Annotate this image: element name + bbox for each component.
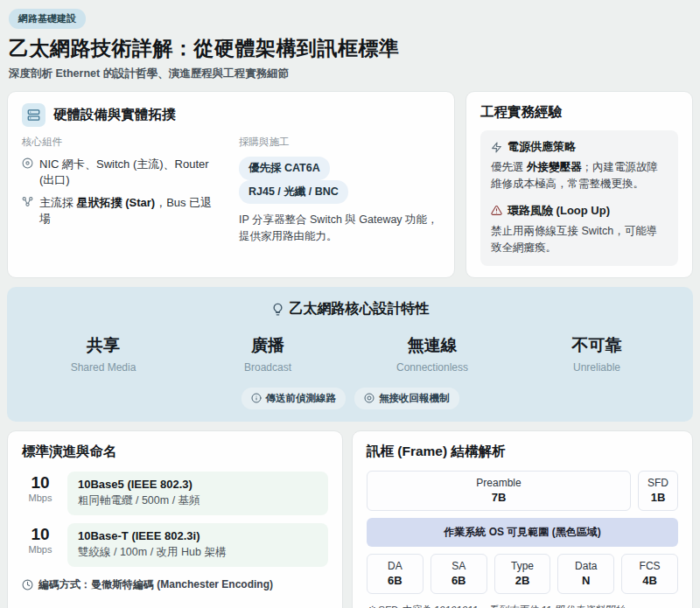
procurement-column: 採購與施工 優先採 CAT6A RJ45 / 光纖 / BNC IP 分享器整合… (239, 136, 440, 246)
power-strategy-text: 優先選 外接變壓器；內建電源故障維修成本極高，常需整機更換。 (491, 159, 668, 193)
hardware-card-header: 硬體設備與實體拓撲 (22, 103, 440, 127)
core-components-column: 核心組件 NIC 網卡、Switch (主流)、Router (出口) 主流採 … (22, 136, 223, 246)
feature-unreliable: 不可靠 Unreliable (514, 334, 679, 374)
frame-cell-sfd: SFD 1B (638, 471, 678, 511)
hardware-card: 硬體設備與實體拓撲 核心組件 NIC 網卡、Switch (主流)、Router… (7, 91, 455, 278)
speed-block: 10 Mbps (22, 523, 59, 567)
connector-pill: RJ45 / 光纖 / BNC (239, 180, 348, 204)
lightbulb-icon (271, 303, 284, 316)
category-badge: 網路基礎建設 (9, 9, 86, 29)
frame-header-row: Preamble 7B SFD 1B (367, 471, 678, 511)
row-hardware-practice: 硬體設備與實體拓撲 核心組件 NIC 網卡、Switch (主流)、Router… (7, 91, 693, 278)
carrier-sense-pill: 傳送前偵測線路 (242, 388, 346, 409)
router-note: IP 分享器整合 Switch 與 Gateway 功能，提供家用路由能力。 (239, 212, 440, 246)
core-item-nic: NIC 網卡、Switch (主流)、Router (出口) (22, 157, 223, 187)
loop-risk-text: 禁止用兩條線互接 Switch，可能導致全網癱瘓。 (491, 223, 668, 257)
core-components-label: 核心組件 (22, 136, 223, 149)
loop-risk-title: 環路風險 (Loop Up) (491, 203, 668, 219)
core-item-topology: 主流採 星狀拓撲 (Star)，Bus 已退場 (22, 195, 223, 226)
no-ack-pill: 無接收回報機制 (354, 388, 459, 409)
core-item-nic-text: NIC 網卡、Switch (主流)、Router (出口) (39, 157, 223, 187)
disc-icon (22, 157, 33, 169)
row-standards-frame: 標準演進與命名 10 Mbps 10Base5 (IEEE 802.3) 粗同軸… (7, 430, 693, 608)
speed-block: 10 Mbps (22, 472, 59, 515)
standard-entry-body: 10Base5 (IEEE 802.3) 粗同軸電纜 / 500m / 基頻 (67, 472, 328, 515)
hardware-columns: 核心組件 NIC 網卡、Switch (主流)、Router (出口) 主流採 … (22, 136, 440, 246)
zap-icon (491, 142, 502, 153)
standard-entry-10base5: 10 Mbps 10Base5 (IEEE 802.3) 粗同軸電纜 / 500… (22, 472, 328, 515)
page-header: 網路基礎建設 乙太網路技術詳解：從硬體架構到訊框標準 深度剖析 Ethernet… (7, 9, 693, 81)
sfd-note: ※ SFD 內容為 10101011，看到末兩位 11 即代表資料開始。 (367, 604, 678, 608)
frame-cell-data: DataN (557, 554, 614, 594)
power-strategy-title: 電源供應策略 (491, 139, 668, 155)
practice-card: 工程實務經驗 電源供應策略 優先選 外接變壓器；內建電源故障維修成本極高，常需整… (466, 91, 693, 278)
info-icon (251, 393, 262, 403)
page-subtitle: 深度剖析 Ethernet 的設計哲學、演進歷程與工程實務細節 (9, 66, 693, 81)
feature-connectionless: 無連線 Connectionless (350, 334, 514, 374)
clock-icon (22, 579, 33, 591)
standard-entry-body: 10Base-T (IEEE 802.3i) 雙絞線 / 100m / 改用 H… (67, 523, 328, 567)
network-icon (22, 196, 33, 207)
core-item-topology-text: 主流採 星狀拓撲 (Star)，Bus 已退場 (39, 195, 223, 226)
standards-card-title: 標準演進與命名 (22, 443, 328, 461)
alert-triangle-icon (491, 205, 502, 216)
frame-cell-fcs: FCS4B (621, 554, 678, 594)
frame-body-row: DA6B SA6B Type2B DataN FCS4B (367, 554, 678, 594)
frame-card: 訊框 (Frame) 結構解析 Preamble 7B SFD 1B 作業系統 … (352, 430, 693, 608)
features-grid: 共享 Shared Media 廣播 Broadcast 無連線 Connect… (21, 334, 679, 374)
feature-shared: 共享 Shared Media (21, 334, 186, 374)
standards-card: 標準演進與命名 10 Mbps 10Base5 (IEEE 802.3) 粗同軸… (7, 430, 343, 608)
procurement-label: 採購與施工 (239, 136, 440, 149)
features-title: 乙太網路核心設計特性 (271, 300, 430, 318)
procurement-pills: 優先採 CAT6A RJ45 / 光纖 / BNC (239, 157, 440, 204)
target-icon (364, 393, 374, 403)
practice-inner-box: 電源供應策略 優先選 外接變壓器；內建電源故障維修成本極高，常需整機更換。 環路… (480, 130, 678, 266)
os-visible-band: 作業系統 OS 可見範圍 (黑色區域) (367, 518, 678, 547)
server-icon (22, 103, 46, 127)
frame-cell-da: DA6B (367, 554, 424, 594)
frame-card-title: 訊框 (Frame) 結構解析 (367, 443, 678, 461)
cable-pill-cat6a: 優先採 CAT6A (239, 157, 330, 180)
standard-entry-10baset: 10 Mbps 10Base-T (IEEE 802.3i) 雙絞線 / 100… (22, 523, 328, 567)
features-pills: 傳送前偵測線路 無接收回報機制 (21, 388, 679, 409)
features-panel: 乙太網路核心設計特性 共享 Shared Media 廣播 Broadcast … (7, 287, 693, 422)
encoding-footer: 編碼方式：曼徹斯特編碼 (Manchester Encoding) (22, 577, 328, 592)
hardware-card-title: 硬體設備與實體拓撲 (53, 106, 176, 124)
frame-cell-preamble: Preamble 7B (367, 471, 631, 511)
practice-card-title: 工程實務經驗 (480, 103, 678, 122)
frame-cell-sa: SA6B (430, 554, 487, 594)
feature-broadcast: 廣播 Broadcast (186, 334, 350, 374)
page-title: 乙太網路技術詳解：從硬體架構到訊框標準 (9, 35, 693, 62)
frame-cell-type: Type2B (494, 554, 551, 594)
